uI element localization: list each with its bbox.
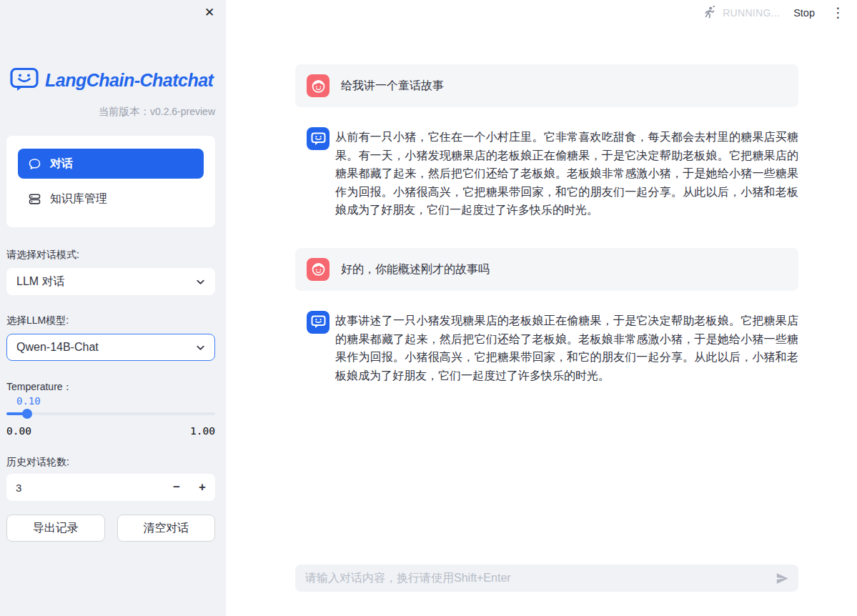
sidebar-item-label: 对话 (50, 157, 73, 172)
chat-input-bar (295, 565, 798, 592)
user-avatar (307, 74, 330, 97)
slider-track[interactable] (6, 412, 215, 415)
decrement-button[interactable]: − (164, 474, 189, 501)
nav-card: 对话 知识库管理 (6, 136, 215, 227)
version-label: 当前版本： (98, 106, 150, 117)
temperature-slider[interactable] (6, 409, 215, 419)
temperature-label: Temperature： (6, 381, 215, 393)
user-message: 好的，你能概述刚才的故事吗 (295, 248, 798, 291)
history-rounds-stepper: 3 − + (6, 474, 215, 501)
chat-area: 给我讲一个童话故事 从前有一只小猪，它住在一个小村庄里。它非常喜欢吃甜食，每天都… (295, 0, 798, 384)
message-text: 好的，你能概述刚才的故事吗 (341, 260, 490, 279)
llm-model-value: Qwen-14B-Chat (16, 341, 99, 354)
slider-max-label: 1.00 (190, 425, 215, 437)
chat-bubble-icon (28, 157, 41, 171)
sidebar-item-knowledge-base[interactable]: 知识库管理 (18, 184, 204, 213)
chat-input[interactable] (304, 571, 773, 585)
history-rounds-label: 历史对话轮数: (6, 456, 215, 468)
temperature-value: 0.10 (16, 395, 215, 407)
message-text: 从前有一只小猪，它住在一个小村庄里。它非常喜欢吃甜食，每天都会去村里的糖果店买糖… (335, 128, 798, 219)
version-info: 当前版本：v0.2.6-preview (6, 105, 215, 118)
chat-bubble-smiley-icon (311, 132, 326, 146)
user-message: 给我讲一个童话故事 (295, 64, 798, 107)
message-text: 给我讲一个童话故事 (341, 76, 444, 95)
send-icon[interactable] (773, 569, 791, 587)
slider-min-label: 0.00 (6, 425, 31, 437)
chevron-down-icon (195, 277, 206, 287)
user-face-icon (311, 262, 326, 277)
version-value: v0.2.6-preview (150, 106, 215, 117)
kebab-menu-icon[interactable]: ⋮ (828, 5, 848, 21)
increment-button[interactable]: + (189, 474, 215, 501)
llm-model-select[interactable]: Qwen-14B-Chat (6, 334, 215, 361)
user-face-icon (311, 79, 326, 94)
history-rounds-input[interactable]: 3 (6, 482, 164, 494)
clear-dialogue-button[interactable]: 清空对话 (117, 515, 216, 542)
app-logo: LangChain-Chatchat (6, 66, 215, 94)
database-icon (28, 192, 41, 206)
message-text: 故事讲述了一只小猪发现糖果店的老板娘正在偷糖果，于是它决定帮助老板娘。它把糖果店… (335, 312, 798, 384)
dialogue-mode-select[interactable]: LLM 对话 (6, 268, 215, 295)
sidebar-item-label: 知识库管理 (50, 192, 107, 207)
dialogue-mode-value: LLM 对话 (16, 274, 65, 289)
slider-range-labels: 0.00 1.00 (6, 425, 215, 437)
export-records-button[interactable]: 导出记录 (6, 515, 105, 542)
assistant-message: 从前有一只小猪，它住在一个小村庄里。它非常喜欢吃甜食，每天都会去村里的糖果店买糖… (295, 123, 798, 219)
slider-thumb[interactable] (22, 409, 32, 419)
sidebar-actions: 导出记录 清空对话 (6, 515, 215, 542)
user-avatar (307, 258, 330, 281)
chat-bubble-smiley-logo-icon (10, 67, 39, 93)
app-title: LangChain-Chatchat (45, 70, 213, 91)
assistant-avatar (307, 311, 330, 334)
chevron-down-icon (195, 342, 206, 353)
dialogue-mode-label: 请选择对话模式: (6, 249, 215, 261)
llm-model-label: 选择LLM模型: (6, 314, 215, 327)
assistant-message: 故事讲述了一只小猪发现糖果店的老板娘正在偷糖果，于是它决定帮助老板娘。它把糖果店… (295, 307, 798, 384)
chat-bubble-smiley-icon (311, 315, 326, 329)
sidebar-item-dialogue[interactable]: 对话 (18, 149, 204, 179)
assistant-avatar (307, 127, 330, 150)
sidebar: ✕ LangChain-Chatchat 当前版本：v0.2.6-preview… (0, 0, 226, 616)
sidebar-close-icon[interactable]: ✕ (202, 5, 217, 21)
